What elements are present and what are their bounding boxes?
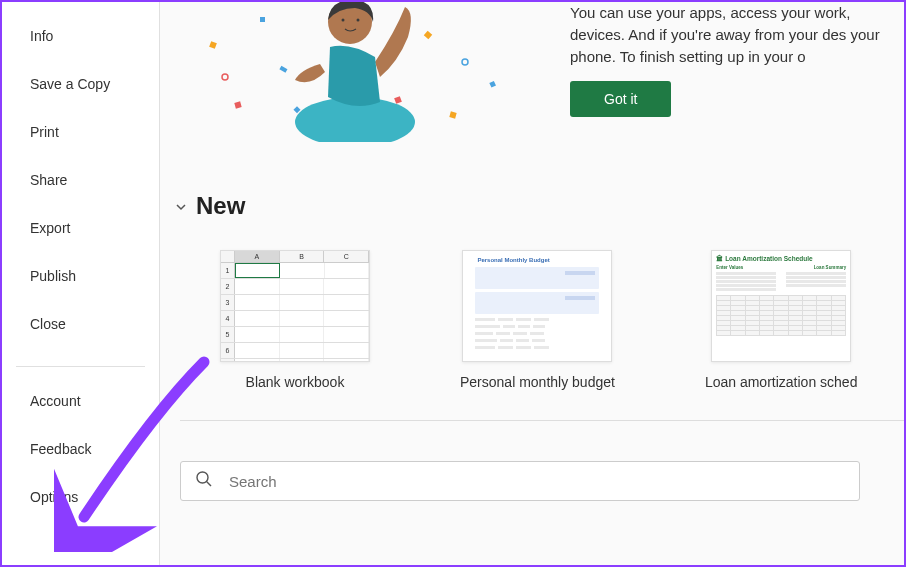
- svg-point-13: [342, 19, 345, 22]
- hero-illustration: [180, 2, 540, 142]
- svg-rect-9: [293, 106, 300, 113]
- svg-rect-1: [234, 101, 241, 108]
- sidebar-item-share[interactable]: Share: [2, 156, 159, 204]
- hero-banner: You can use your apps, access your work,…: [180, 2, 904, 152]
- template-thumb: Personal Monthly Budget: [462, 250, 612, 362]
- sidebar-item-print[interactable]: Print: [2, 108, 159, 156]
- sidebar-item-export[interactable]: Export: [2, 204, 159, 252]
- sidebar-item-save-copy[interactable]: Save a Copy: [2, 60, 159, 108]
- svg-rect-8: [489, 81, 496, 88]
- sidebar-item-info[interactable]: Info: [2, 12, 159, 60]
- svg-point-15: [197, 472, 208, 483]
- sidebar-divider: [16, 366, 145, 367]
- chevron-down-icon: [174, 200, 188, 217]
- svg-rect-6: [424, 31, 432, 39]
- template-label: Blank workbook: [246, 374, 345, 390]
- svg-rect-2: [260, 17, 265, 22]
- template-personal-monthly-budget[interactable]: Personal Monthly Budget Personal monthly…: [460, 250, 615, 390]
- template-label: Personal monthly budget: [460, 374, 615, 390]
- hero-text: You can use your apps, access your work,…: [570, 2, 904, 67]
- template-blank-workbook[interactable]: A B C 1 2 3 4 5 6 7 Blank workbook: [220, 250, 370, 390]
- section-title: New: [196, 192, 245, 220]
- sidebar-item-publish[interactable]: Publish: [2, 252, 159, 300]
- templates-row: A B C 1 2 3 4 5 6 7 Blank workbook: [220, 250, 904, 390]
- search-input[interactable]: [229, 473, 845, 490]
- svg-rect-10: [394, 96, 402, 104]
- sidebar-item-options[interactable]: Options: [2, 473, 159, 521]
- sidebar-item-close[interactable]: Close: [2, 300, 159, 348]
- svg-rect-0: [209, 41, 217, 49]
- svg-rect-7: [449, 111, 456, 118]
- sidebar-item-account[interactable]: Account: [2, 377, 159, 425]
- search-bar[interactable]: [180, 461, 860, 501]
- horizontal-divider: [180, 420, 904, 421]
- template-thumb: A B C 1 2 3 4 5 6 7: [220, 250, 370, 362]
- svg-point-5: [462, 59, 468, 65]
- main-content: You can use your apps, access your work,…: [160, 2, 904, 565]
- search-icon: [195, 470, 229, 492]
- svg-point-14: [357, 19, 360, 22]
- got-it-button[interactable]: Got it: [570, 81, 671, 117]
- backstage-sidebar: Info Save a Copy Print Share Export Publ…: [2, 2, 160, 565]
- new-section-header[interactable]: New: [174, 192, 904, 220]
- svg-line-16: [207, 482, 211, 486]
- template-thumb: 🏛 Loan Amortization Schedule Enter Value…: [711, 250, 851, 362]
- template-label: Loan amortization sched: [705, 374, 858, 390]
- svg-rect-3: [279, 66, 287, 73]
- sidebar-item-feedback[interactable]: Feedback: [2, 425, 159, 473]
- template-loan-amortization[interactable]: 🏛 Loan Amortization Schedule Enter Value…: [705, 250, 858, 390]
- svg-point-4: [222, 74, 228, 80]
